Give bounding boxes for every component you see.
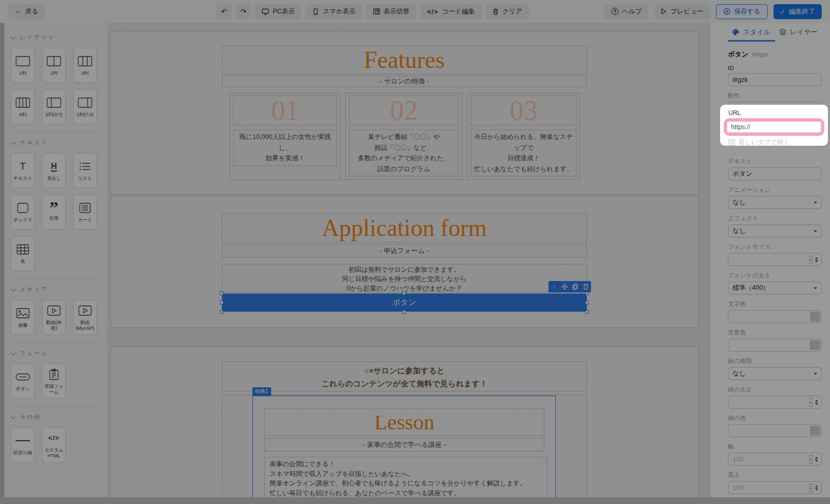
dim-overlay — [0, 0, 830, 504]
checkbox-icon[interactable] — [728, 139, 735, 146]
url-spotlight: URL 新しいタブで開く — [720, 105, 828, 146]
url-input[interactable] — [727, 121, 821, 133]
new-tab-checkbox-row[interactable]: 新しいタブで開く — [728, 138, 825, 147]
field-label-url: URL — [728, 109, 825, 117]
highlight-ring — [724, 118, 824, 136]
